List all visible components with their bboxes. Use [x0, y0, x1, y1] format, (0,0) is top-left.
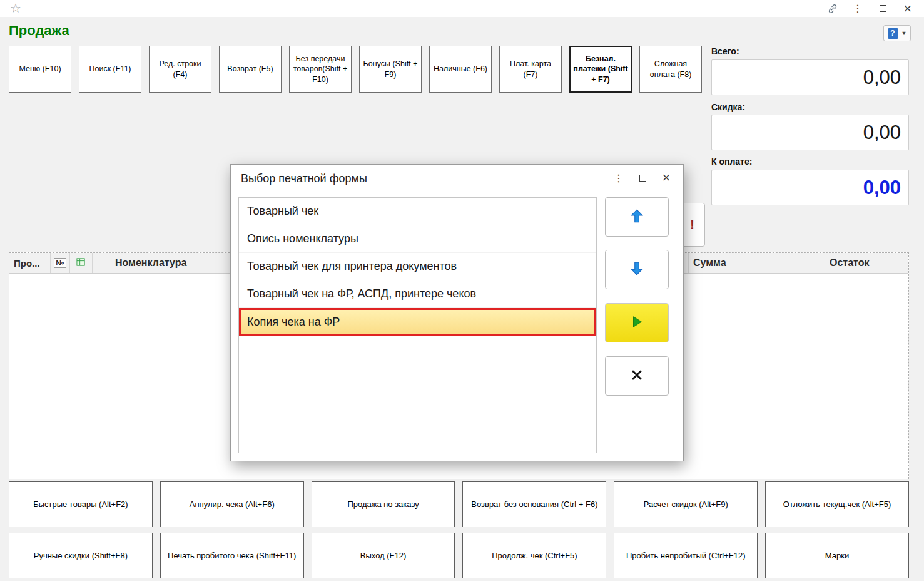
favorite-star-icon[interactable]: ☆: [10, 1, 21, 16]
toolbar-button-cash[interactable]: Наличные (F6): [429, 46, 492, 93]
print-form-item[interactable]: Товарный чек для принтера документов: [239, 253, 596, 280]
footer-row-2: Ручные скидки (Shift+F8) Печать пробитог…: [9, 533, 909, 578]
dialog-close-icon[interactable]: ×: [654, 168, 678, 187]
footer-button-sale-by-order[interactable]: Продажа по заказу: [312, 481, 455, 527]
arrow-up-icon: [629, 208, 645, 227]
total-value-field: 0,00: [711, 59, 909, 95]
window-maximize-icon[interactable]: [870, 0, 895, 17]
footer-button-quick-goods[interactable]: Быстрые товары (Alt+F2): [9, 481, 153, 527]
toolbar-button-edit-row[interactable]: Ред. строки (F4): [149, 46, 211, 93]
play-icon: [630, 315, 644, 331]
print-form-item-selected[interactable]: Копия чека на ФР: [239, 308, 596, 336]
window-chrome: ⋮ ×: [820, 0, 920, 17]
print-form-list: Товарный чек Опись номенклатуры Товарный…: [238, 197, 597, 453]
move-down-button[interactable]: [605, 250, 669, 289]
footer-button-void-check[interactable]: Аннулир. чека (Alt+F6): [160, 481, 304, 527]
footer-button-hold-current-check[interactable]: Отложить текущ.чек (Alt+F5): [765, 481, 909, 527]
arrow-down-icon: [629, 260, 645, 279]
toolbar-button-no-goods-transfer[interactable]: Без передачи товаров(Shift + F10): [289, 46, 352, 93]
footer-button-continue-check[interactable]: Продолж. чек (Ctrl+F5): [462, 533, 606, 578]
window-close-icon[interactable]: ×: [895, 0, 920, 17]
toolbar-button-return[interactable]: Возврат (F5): [219, 46, 282, 93]
column-header-sum[interactable]: Сумма: [689, 253, 825, 273]
footer-button-discount-calc[interactable]: Расчет скидок (Alt+F9): [614, 481, 758, 527]
window-menu-kebab-icon[interactable]: ⋮: [845, 0, 870, 17]
close-x-icon: [631, 369, 643, 384]
column-header-number[interactable]: №: [51, 253, 70, 273]
dialog-maximize-icon[interactable]: [631, 168, 654, 187]
print-form-item[interactable]: Товарный чек: [239, 198, 596, 225]
toolbar-button-cashless-payments[interactable]: Безнал. платежи (Shift + F7): [569, 46, 632, 93]
window-titlebar: ☆ ⋮ ×: [0, 0, 924, 17]
footer-button-print-punched-check[interactable]: Печать пробитого чека (Shift+F11): [160, 533, 304, 578]
footer-row-1: Быстрые товары (Alt+F2) Аннулир. чека (A…: [9, 481, 909, 527]
footer-button-marks[interactable]: Марки: [765, 533, 909, 578]
print-form-item[interactable]: Товарный чек на ФР, АСПД, принтере чеков: [239, 280, 596, 308]
link-icon[interactable]: [820, 0, 845, 17]
print-form-dialog: Выбор печатной формы ⋮ × Товарный чек Оп…: [230, 164, 684, 461]
help-button[interactable]: ? ▼: [883, 25, 911, 41]
discount-value-field: 0,00: [711, 115, 909, 150]
total-label: Всего:: [711, 46, 739, 56]
dialog-title: Выбор печатной формы: [241, 172, 367, 185]
move-up-button[interactable]: [605, 197, 669, 237]
help-icon: ?: [888, 28, 898, 39]
footer-button-exit[interactable]: Выход (F12): [312, 533, 455, 578]
chevron-down-icon: ▼: [901, 30, 907, 36]
footer-button-return-without-basis[interactable]: Возврат без основания (Ctrl + F6): [462, 481, 606, 527]
pos-toolbar: Меню (F10) Поиск (F11) Ред. строки (F4) …: [9, 46, 702, 93]
toolbar-button-menu[interactable]: Меню (F10): [9, 46, 71, 93]
toolbar-button-bonuses[interactable]: Бонусы (Shift + F9): [359, 46, 422, 93]
select-button[interactable]: [605, 303, 669, 342]
cancel-button[interactable]: [605, 356, 669, 396]
page-title: Продажа: [9, 23, 69, 39]
column-header-rest[interactable]: Остаток: [825, 253, 908, 273]
payable-value-field: 0,00: [711, 170, 909, 205]
column-header-prod[interactable]: Про...: [9, 253, 51, 273]
dialog-menu-kebab-icon[interactable]: ⋮: [607, 168, 631, 187]
payable-label: К оплате:: [711, 157, 752, 167]
toolbar-button-search[interactable]: Поиск (F11): [79, 46, 141, 93]
characteristics-icon: [76, 257, 86, 269]
toolbar-button-complex-payment[interactable]: Сложная оплата (F8): [639, 46, 702, 93]
discount-label: Скидка:: [711, 102, 745, 112]
dialog-chrome: ⋮ ×: [607, 168, 678, 187]
footer-button-punch-unpunched[interactable]: Пробить непробитый (Ctrl+F12): [614, 533, 758, 578]
print-form-item[interactable]: Опись номенклатуры: [239, 225, 596, 253]
column-header-characteristics[interactable]: [70, 253, 93, 273]
toolbar-button-payment-card[interactable]: Плат. карта (F7): [499, 46, 562, 93]
footer-button-manual-discounts[interactable]: Ручные скидки (Shift+F8): [9, 533, 153, 578]
